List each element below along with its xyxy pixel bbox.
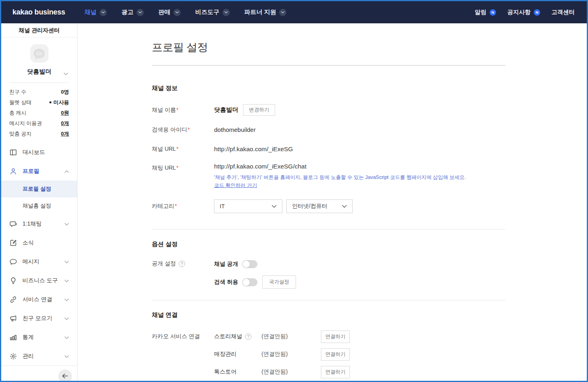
stat-value-link[interactable]: 0개 <box>61 120 69 127</box>
nav-item-biztools[interactable]: 비즈도구 <box>195 8 230 16</box>
sidebar-item-dashboard[interactable]: 대시보드 <box>1 143 77 162</box>
connect-button[interactable]: 연결하기 <box>321 331 350 343</box>
nav-item-notice[interactable]: 공지사항 N <box>507 8 540 16</box>
connect-items: 스토리채널 ? (연결안됨) 연결하기 매장관리 (연결안됨) 연결하기 <box>214 331 350 381</box>
code-check-link[interactable]: 코드 확인하러 가기 <box>214 182 257 189</box>
sidebar-item-statistics[interactable]: 통계 <box>1 328 77 347</box>
chevron-down-icon <box>223 9 230 16</box>
sidebar-item-one-to-one-chat[interactable]: 1:1채팅 <box>1 214 77 233</box>
service-name: 톡스토어 <box>214 368 261 376</box>
nav-item-help-center[interactable]: 고객센터 <box>551 8 575 16</box>
speech-bubble-icon <box>9 258 17 266</box>
category-main-select[interactable]: IT <box>214 199 282 213</box>
top-navbar: kakao business 채널 광고 판매 비즈도 <box>1 1 587 23</box>
chat-icon <box>9 220 17 228</box>
nav-item-partner-support[interactable]: 파트너 지원 <box>244 8 286 16</box>
dashboard-icon <box>9 148 17 156</box>
chevron-down-icon <box>137 9 144 16</box>
stat-custom-notice: 맞춤 공지 0개 <box>9 130 69 138</box>
nav-item-sales[interactable]: 판매 <box>158 8 181 16</box>
sidebar-item-management[interactable]: 관리 <box>1 347 77 366</box>
search-allow-toggle[interactable] <box>242 278 257 286</box>
chevron-down-icon <box>272 205 277 208</box>
sidebar-item-label: 비즈니스 도구 <box>22 277 58 284</box>
nav-item-channel[interactable]: 채널 <box>84 8 107 16</box>
connection-status: (연결안됨) <box>261 333 321 340</box>
section-divider <box>152 300 505 300</box>
sidebar-item-message[interactable]: 메시지 <box>1 252 77 271</box>
channel-avatar[interactable]: Ch <box>30 44 49 63</box>
nav-item-alerts[interactable]: 알림 N <box>475 8 496 16</box>
country-settings-button[interactable]: 국가설정 <box>262 275 296 289</box>
channel-url-value: http://pf.kakao.com/_iExeSG <box>214 146 293 153</box>
sidebar-subitem-channel-home-settings[interactable]: 채널홈 설정 <box>1 197 77 214</box>
chat-url-group: http://pf.kakao.com/_iExeSG/chat '채널 추가'… <box>214 163 466 189</box>
sidebar-item-label: 통계 <box>22 334 34 341</box>
selected-value: 인터넷/컴퓨터 <box>292 203 327 210</box>
category-row: 카테고리* IT 인터넷/컴퓨터 <box>152 199 505 213</box>
channel-name-row[interactable]: 닷홈빌더 <box>1 68 77 76</box>
chevron-down-icon <box>64 277 69 284</box>
service-name: 스토리채널 ? <box>214 333 261 340</box>
channel-public-toggle[interactable] <box>242 260 257 268</box>
section-divider <box>152 229 505 230</box>
help-question-icon[interactable]: ? <box>179 261 185 267</box>
stat-friend-count: 친구 수 0명 <box>9 88 69 96</box>
visibility-toggles: 채널 공개 검색 허용 국가설정 <box>214 260 296 289</box>
search-id-value: dothomebuilder <box>214 126 255 133</box>
channel-name-row: 채널 이름* 닷홈빌더 변경하기 <box>152 104 505 116</box>
stat-value: 미사용 <box>49 99 69 106</box>
kakao-business-logo[interactable]: kakao business <box>12 8 65 16</box>
connect-button[interactable]: 연결하기 <box>321 366 350 378</box>
channel-url-row: 채널 URL* http://pf.kakao.com/_iExeSG <box>152 144 505 154</box>
nav-item-label: 판매 <box>158 8 170 16</box>
category-sub-select[interactable]: 인터넷/컴퓨터 <box>286 199 353 213</box>
nav-right: 알림 N 공지사항 N 고객센터 <box>475 8 575 16</box>
field-label: 채널 이름* <box>152 107 214 114</box>
sidebar-stats: 친구 수 0명 월렛 상태 미사용 총 캐시 0원 메시지 이용권 0개 맞춤 … <box>1 83 77 142</box>
stat-value: 0명 <box>61 88 69 96</box>
sidebar: 채널 관리자센터 Ch 닷홈빌더 친구 수 0명 <box>1 23 78 381</box>
service-name: 매장관리 <box>214 351 261 358</box>
selected-value: IT <box>220 203 225 209</box>
sidebar-item-business-tools[interactable]: 비즈니스 도구 <box>1 271 77 290</box>
change-name-button[interactable]: 변경하기 <box>243 104 275 116</box>
sidebar-item-label: 서비스 연결 <box>22 296 52 303</box>
help-question-icon[interactable]: ? <box>245 333 251 340</box>
stat-label: 친구 수 <box>9 88 27 96</box>
megaphone-icon <box>9 314 17 322</box>
connect-button[interactable]: 연결하기 <box>321 348 350 361</box>
title-divider <box>152 65 505 66</box>
stat-value-link[interactable]: 0개 <box>61 130 69 138</box>
app-window: kakao business 채널 광고 판매 비즈도 <box>0 0 588 382</box>
field-label: 채팅 URL* <box>152 163 214 172</box>
sidebar-item-gather-friends[interactable]: 친구 모으기 <box>1 309 77 328</box>
collapse-sidebar-button[interactable] <box>58 370 72 382</box>
nav-item-ads[interactable]: 광고 <box>121 8 144 16</box>
stat-value-link[interactable]: 0원 <box>61 109 69 117</box>
sidebar-menu: 대시보드 프로필 프로필 설정 채널홈 설정 <box>1 142 77 366</box>
stat-label: 월렛 상태 <box>9 99 32 106</box>
toggle-label: 검색 허용 <box>214 279 238 286</box>
chevron-down-icon <box>64 334 69 341</box>
nav-item-label: 광고 <box>121 8 133 16</box>
sidebar-subitem-profile-settings[interactable]: 프로필 설정 <box>1 181 77 197</box>
chevron-down-icon <box>64 315 69 322</box>
field-label: 공개 설정 ? <box>152 260 214 267</box>
stat-message-credit: 메시지 이용권 0개 <box>9 120 69 127</box>
sidebar-item-service-connect[interactable]: 서비스 연결 <box>1 290 77 309</box>
stat-label: 총 캐시 <box>9 109 27 117</box>
visibility-row: 공개 설정 ? 채널 공개 검색 허용 국가설정 <box>152 260 505 289</box>
chat-url-row: 채팅 URL* http://pf.kakao.com/_iExeSG/chat… <box>152 163 505 189</box>
sidebar-item-label: 1:1채팅 <box>22 220 41 228</box>
field-label: 검색용 아이디* <box>152 126 214 133</box>
sidebar-item-label: 메시지 <box>22 258 39 265</box>
chevron-down-icon <box>64 259 69 265</box>
sidebar-item-profile[interactable]: 프로필 <box>1 162 77 181</box>
required-mark: * <box>175 203 177 209</box>
connect-item-story-channel: 스토리채널 ? (연결안됨) 연결하기 <box>214 331 350 342</box>
chevron-down-icon[interactable] <box>63 70 68 77</box>
sidebar-item-label: 친구 모으기 <box>22 315 52 322</box>
bar-chart-icon <box>9 333 17 341</box>
sidebar-item-news[interactable]: 소식 <box>1 233 77 252</box>
